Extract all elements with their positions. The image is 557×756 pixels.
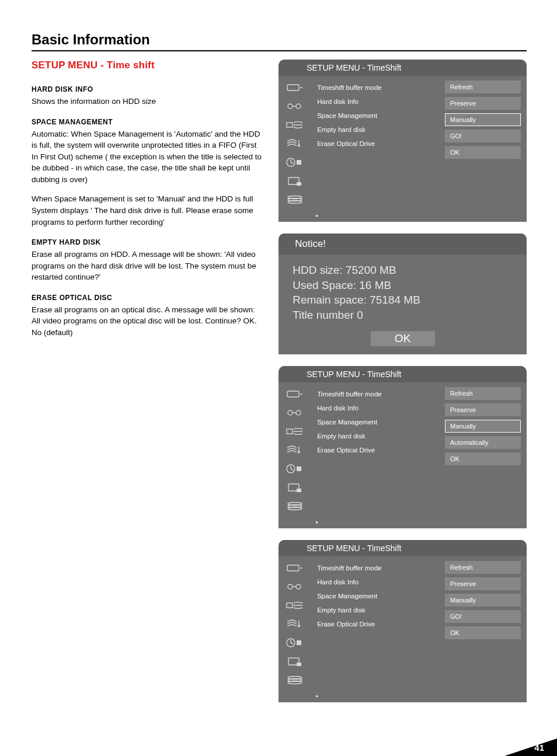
notice-line-title-number: Title number 0 [293,308,513,323]
svg-rect-11 [297,182,301,186]
value-button[interactable]: Manually [445,420,521,433]
network-icon[interactable] [284,443,306,457]
section-subtitle: SETUP MENU - Time shift [32,60,262,71]
notice-dialog: Notice! HDD size: 75200 MB Used Space: 1… [278,234,527,354]
menu-item[interactable]: Hard disk Info [317,575,440,589]
notice-title: Notice! [278,234,527,255]
value-button[interactable]: Manually [445,594,521,607]
timeshift-icon[interactable] [284,636,306,650]
paragraph: Automatic: When Space Management is 'Aut… [32,128,262,186]
menu-item[interactable]: Erase Optical Drive [317,137,440,151]
play-indicator-icon: ▸ [278,211,527,222]
menu-item[interactable]: Timeshift buffer mode [317,81,440,95]
svg-point-17 [288,410,293,415]
value-button[interactable]: OK [445,146,521,159]
value-button[interactable]: Refresh [445,561,521,574]
svg-line-8 [291,162,293,163]
menu-item[interactable]: Hard disk Info [317,401,440,415]
svg-point-18 [296,410,301,415]
audio-icon[interactable] [284,424,306,438]
value-button[interactable]: Refresh [445,387,521,400]
value-button[interactable]: GO! [445,610,521,623]
value-button[interactable]: Refresh [445,81,521,93]
value-button[interactable]: Preserve [445,97,521,110]
value-button[interactable]: Automatically [445,436,521,449]
network-icon[interactable] [284,137,306,151]
display-icon[interactable] [284,480,306,494]
recording-icon[interactable] [284,387,306,401]
svg-rect-39 [297,640,301,645]
audio-icon[interactable] [284,598,306,612]
svg-line-38 [291,643,293,644]
audio-icon[interactable] [284,118,306,132]
svg-point-33 [296,584,301,589]
panel-value-list: RefreshPreserveManuallyGO!OK [445,76,527,211]
notice-line-remain-space: Remain space: 75184 MB [293,292,513,308]
heading-empty-hard-disk: EMPTY HARD DISK [32,238,262,246]
timeshift-icon[interactable] [284,462,306,476]
menu-item[interactable]: Space Management [317,589,440,603]
menu-item[interactable]: Timeshift buffer mode [317,387,440,401]
display-icon[interactable] [284,654,306,668]
panel-title: SETUP MENU - TimeShift [278,60,527,76]
left-column: SETUP MENU - Time shift HARD DISK INFO S… [32,60,262,702]
menu-item[interactable]: Erase Optical Drive [317,443,440,457]
value-button[interactable]: GO! [445,130,521,142]
timeshift-icon[interactable] [284,155,306,169]
storage-icon[interactable] [284,673,306,687]
playback-icon[interactable] [284,406,306,420]
menu-item[interactable]: Empty hard disk [317,123,440,137]
panel-value-list: RefreshPreserveManuallyGO!OK [445,556,527,692]
panel-menu-list: Timeshift buffer modeHard disk InfoSpace… [311,382,445,518]
paragraph: When Space Management is set to 'Manual'… [32,193,262,228]
panel-title: SETUP MENU - TimeShift [278,366,527,382]
svg-rect-24 [297,466,301,471]
svg-rect-35 [287,603,293,608]
panel-icon-column [278,76,311,211]
menu-item[interactable]: Space Management [317,415,440,429]
menu-item[interactable]: Empty hard disk [317,603,440,617]
svg-rect-20 [287,429,293,434]
svg-rect-30 [287,565,299,571]
menu-item[interactable]: Erase Optical Drive [317,617,440,631]
svg-rect-0 [287,85,299,90]
page-title: Basic Information [32,32,527,51]
notice-line-used-space: Used Space: 16 MB [293,278,513,293]
menu-item[interactable]: Empty hard disk [317,429,440,443]
svg-line-23 [291,469,293,470]
menu-item[interactable]: Hard disk Info [317,95,440,109]
panel-icon-column [278,556,311,692]
value-button[interactable]: Preserve [445,577,521,590]
play-indicator-icon: ▸ [278,692,527,702]
svg-rect-26 [297,489,301,492]
network-icon[interactable] [284,617,306,631]
storage-icon[interactable] [284,193,306,207]
playback-icon[interactable] [284,580,306,594]
setup-panel-3: SETUP MENU - TimeShift Timeshift buffer … [278,540,527,702]
recording-icon[interactable] [284,561,306,575]
notice-ok-button[interactable]: OK [371,331,435,346]
page-number: 41 [534,743,544,752]
right-column: SETUP MENU - TimeShift Timeshift buffer … [278,60,527,702]
heading-hard-disk-info: HARD DISK INFO [32,85,262,93]
display-icon[interactable] [284,174,306,188]
paragraph: Erase all programs on HDD. A message wil… [32,249,262,283]
value-button[interactable]: OK [445,452,521,465]
svg-rect-15 [287,391,299,397]
svg-rect-9 [297,160,301,165]
svg-point-32 [288,584,293,589]
storage-icon[interactable] [284,499,306,513]
heading-space-management: SPACE MANAGEMENT [32,118,262,126]
playback-icon[interactable] [284,99,306,113]
value-button[interactable]: Preserve [445,403,521,416]
svg-point-3 [296,104,301,109]
menu-item[interactable]: Space Management [317,109,440,123]
value-button[interactable]: Manually [445,113,521,126]
value-button[interactable]: OK [445,626,521,639]
heading-erase-optical-disc: ERASE OPTICAL DISC [32,294,262,302]
panel-menu-list: Timeshift buffer modeHard disk InfoSpace… [311,556,445,692]
paragraph: Erase all programs on an optical disc. A… [32,304,262,339]
menu-item[interactable]: Timeshift buffer mode [317,561,440,575]
recording-icon[interactable] [284,81,306,95]
play-indicator-icon: ▸ [278,518,527,528]
